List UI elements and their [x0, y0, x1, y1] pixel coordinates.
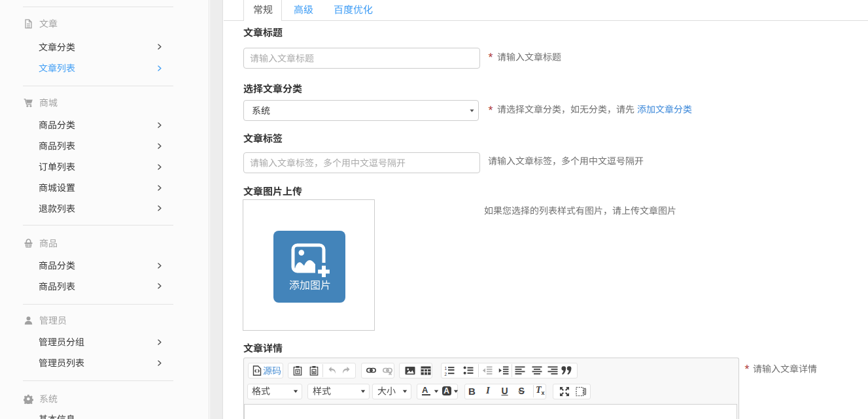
- svg-text:1: 1: [445, 366, 447, 371]
- svg-text:2: 2: [445, 372, 447, 377]
